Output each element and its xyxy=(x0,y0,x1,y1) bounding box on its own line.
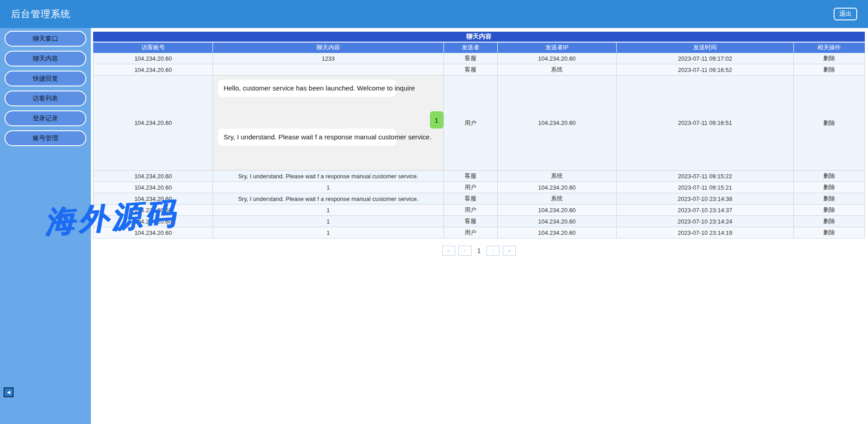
cell-content xyxy=(213,64,443,76)
cell-account: 104.234.20.60 xyxy=(94,76,213,171)
table-row: 104.234.20.60 客服 系统 2023-07-11 09:16:52 … xyxy=(94,64,865,76)
logout-button[interactable]: 退出 xyxy=(834,8,857,20)
table-title-row: 聊天内容 xyxy=(94,32,865,42)
table-row: 104.234.20.60 1 客服 104.234.20.60 2023-07… xyxy=(94,216,865,227)
delete-link[interactable]: 删除 xyxy=(794,171,865,182)
table-row: 104.234.20.60 1 用户 104.234.20.60 2023-07… xyxy=(94,182,865,193)
cell-ip: 104.234.20.60 xyxy=(497,216,616,227)
cell-time: 2023-07-11 09:16:51 xyxy=(616,76,793,171)
cell-content: 1 xyxy=(213,227,443,238)
cell-time: 2023-07-10 23:14:24 xyxy=(616,216,793,227)
cell-ip: 系统 xyxy=(497,171,616,182)
delete-link[interactable]: 删除 xyxy=(794,53,865,64)
delete-link[interactable]: 删除 xyxy=(794,64,865,76)
cell-time: 2023-07-10 23:14:37 xyxy=(616,205,793,216)
cell-sender: 用户 xyxy=(443,205,497,216)
delete-link[interactable]: 删除 xyxy=(794,76,865,171)
cell-time: 2023-07-11 09:17:02 xyxy=(616,53,793,64)
cell-ip: 系统 xyxy=(497,64,616,76)
cell-account: 104.234.20.60 xyxy=(94,53,213,64)
table-row: 104.234.20.60 Sry, I understand. Please … xyxy=(94,171,865,182)
cell-time: 2023-07-10 23:14:38 xyxy=(616,193,793,205)
cell-account: 104.234.20.60 xyxy=(94,64,213,76)
cell-account: 104.234.20.60 xyxy=(94,227,213,238)
cell-sender: 客服 xyxy=(443,193,497,205)
cell-sender: 用户 xyxy=(443,76,497,171)
sidebar-item-account-management[interactable]: 账号管理 xyxy=(5,130,86,146)
cell-ip: 104.234.20.60 xyxy=(497,205,616,216)
cell-time: 2023-07-10 23:14:19 xyxy=(616,227,793,238)
sidebar-item-quick-reply[interactable]: 快捷回复 xyxy=(5,71,86,86)
cell-ip: 104.234.20.60 xyxy=(497,53,616,64)
col-actions: 相关操作 xyxy=(794,42,865,53)
cell-ip: 104.234.20.60 xyxy=(497,76,616,171)
cell-chat-transcript: Hello, customer service has been launche… xyxy=(213,76,443,171)
cell-ip: 104.234.20.60 xyxy=(497,227,616,238)
cell-content: Sry, I understand. Please wait f a respo… xyxy=(213,171,443,182)
cell-sender: 用户 xyxy=(443,227,497,238)
delete-link[interactable]: 删除 xyxy=(794,227,865,238)
cell-sender: 客服 xyxy=(443,171,497,182)
sidebar-item-chat-content[interactable]: 聊天内容 xyxy=(5,51,86,67)
app-title: 后台管理系统 xyxy=(11,8,71,20)
sidebar: 聊天窗口 聊天内容 快捷回复 访客列表 登录记录 账号管理 ◀ xyxy=(0,28,91,424)
sidebar-item-chat-window[interactable]: 聊天窗口 xyxy=(5,31,86,47)
cell-time: 2023-07-11 09:15:22 xyxy=(616,171,793,182)
top-bar: 后台管理系统 退出 xyxy=(0,0,868,28)
table-row-chat-transcript: 104.234.20.60 Hello, customer service ha… xyxy=(94,76,865,171)
cell-account: 104.234.20.60 xyxy=(94,171,213,182)
cell-account: 104.234.20.60 xyxy=(94,216,213,227)
cell-account: 104.234.20.60 xyxy=(94,182,213,193)
delete-link[interactable]: 删除 xyxy=(794,182,865,193)
cell-content: 1 xyxy=(213,182,443,193)
table-header-row: 访客账号 聊天内容 发送者 发送者IP 发送时间 相关操作 xyxy=(94,42,865,53)
cell-ip: 104.234.20.60 xyxy=(497,182,616,193)
cell-time: 2023-07-11 09:15:21 xyxy=(616,182,793,193)
chat-content-table: 聊天内容 访客账号 聊天内容 发送者 发送者IP 发送时间 相关操作 104.2… xyxy=(93,32,865,238)
cell-account: 104.234.20.60 xyxy=(94,205,213,216)
col-sender-ip: 发送者IP xyxy=(497,42,616,53)
table-row: 104.234.20.60 1 用户 104.234.20.60 2023-07… xyxy=(94,227,865,238)
chat-bubble: Hello, customer service has been launche… xyxy=(218,80,396,97)
layout: 聊天窗口 聊天内容 快捷回复 访客列表 登录记录 账号管理 ◀ 聊天内容 访客账… xyxy=(0,28,868,424)
collapse-left-icon: ◀ xyxy=(7,390,10,395)
pagination-current-page: 1 xyxy=(477,247,481,254)
cell-account: 104.234.20.60 xyxy=(94,193,213,205)
delete-link[interactable]: 删除 xyxy=(794,216,865,227)
cell-sender: 客服 xyxy=(443,53,497,64)
table-row: 104.234.20.60 Sry, I understand. Please … xyxy=(94,193,865,205)
cell-content: 1 xyxy=(213,216,443,227)
pagination-prev-button[interactable]: ‹ xyxy=(458,246,472,256)
col-sender: 发送者 xyxy=(443,42,497,53)
cell-sender: 客服 xyxy=(443,64,497,76)
table-row: 104.234.20.60 1233 客服 104.234.20.60 2023… xyxy=(94,53,865,64)
pagination: « ‹ 1 › » xyxy=(93,246,865,256)
sidebar-item-visitor-list[interactable]: 访客列表 xyxy=(5,91,86,106)
delete-link[interactable]: 删除 xyxy=(794,193,865,205)
cell-time: 2023-07-11 09:16:52 xyxy=(616,64,793,76)
cell-ip: 系统 xyxy=(497,193,616,205)
unread-count-badge: 1 xyxy=(430,111,443,129)
chat-bubble: Sry, I understand. Please wait f a respo… xyxy=(218,129,396,146)
pagination-last-button[interactable]: » xyxy=(503,246,516,256)
sidebar-collapse-button[interactable]: ◀ xyxy=(4,387,14,397)
col-send-time: 发送时间 xyxy=(616,42,793,53)
table-row: 104.234.20.60 1 用户 104.234.20.60 2023-07… xyxy=(94,205,865,216)
cell-content: 1 xyxy=(213,205,443,216)
pagination-next-button[interactable]: › xyxy=(486,246,500,256)
main-content: 聊天内容 访客账号 聊天内容 发送者 发送者IP 发送时间 相关操作 104.2… xyxy=(91,28,868,424)
cell-sender: 用户 xyxy=(443,182,497,193)
sidebar-item-login-records[interactable]: 登录记录 xyxy=(5,110,86,126)
pagination-first-button[interactable]: « xyxy=(442,246,455,256)
cell-sender: 客服 xyxy=(443,216,497,227)
cell-content: 1233 xyxy=(213,53,443,64)
col-chat-content: 聊天内容 xyxy=(213,42,443,53)
table-title: 聊天内容 xyxy=(94,32,865,42)
cell-content: Sry, I understand. Please wait f a respo… xyxy=(213,193,443,205)
col-visitor-account: 访客账号 xyxy=(94,42,213,53)
delete-link[interactable]: 删除 xyxy=(794,205,865,216)
